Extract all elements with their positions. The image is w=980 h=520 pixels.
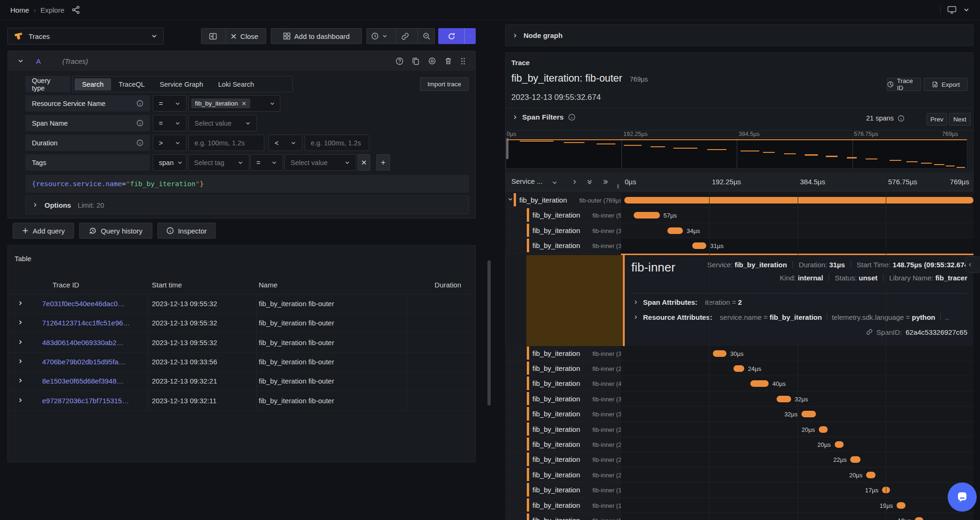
add-to-dashboard-button[interactable]: Add to dashboard	[271, 28, 362, 44]
span-row[interactable]: fib_by_iterationfib-inner (19µs)19µs	[505, 513, 973, 520]
resource-attributes-row[interactable]: Resource Attributes: service.name =fib_b…	[633, 313, 967, 321]
left-pane-scrollbar[interactable]	[487, 260, 491, 406]
span-bar[interactable]	[713, 350, 726, 357]
query-drag-handle-icon[interactable]	[460, 57, 466, 65]
span-bar[interactable]	[835, 441, 844, 448]
span-row[interactable]: fib_by_iterationfib-inner (22µs)22µs	[505, 452, 973, 467]
span-row[interactable]: fib_by_iterationfib-inner (32µs)32µs	[505, 392, 973, 407]
query-delete-icon[interactable]	[445, 57, 452, 65]
row-expand-icon[interactable]	[17, 358, 23, 364]
span-bar[interactable]	[750, 380, 769, 387]
tags-add-button[interactable]: +	[376, 154, 390, 171]
rsn-operator-select[interactable]: =	[153, 95, 187, 112]
tags-remove-button[interactable]: ✕	[358, 154, 370, 171]
table-row[interactable]: 483d06140e069330ab2… 2023-12-13 09:55:32…	[8, 333, 475, 353]
span-name-operator-select[interactable]: =	[153, 115, 187, 131]
query-collapse-icon[interactable]	[17, 58, 24, 64]
span-bar[interactable]	[897, 502, 905, 509]
span-bar[interactable]	[733, 365, 744, 372]
span-bar[interactable]	[819, 426, 828, 433]
span-bar[interactable]	[777, 396, 791, 402]
breadcrumb-explore[interactable]: Explore	[40, 6, 64, 14]
span-row[interactable]: fib_by_iterationfib-inner (20µs)20µs	[505, 422, 973, 437]
time-picker-button[interactable]	[367, 29, 392, 44]
options-row[interactable]: Options Limit: 20	[25, 196, 469, 214]
span-row[interactable]: fib_by_iterationfib-inner (17µs)17µs	[505, 482, 973, 497]
collapse-detail-button[interactable]: ‹	[965, 256, 980, 273]
expand-all-icon[interactable]	[602, 179, 609, 185]
col-duration[interactable]: Duration	[434, 281, 461, 289]
span-bar[interactable]	[866, 472, 875, 478]
span-row[interactable]: fib_by_iterationfib-inner (30µs)30µs	[505, 346, 973, 361]
span-row[interactable]: fib_by_iterationfib-inner (20µs)20µs	[505, 437, 973, 452]
trace-id-link[interactable]: 7e031f0ec540ee46dac0…	[42, 300, 125, 308]
span-collapse-icon[interactable]	[508, 196, 513, 202]
split-pane-button[interactable]	[204, 29, 222, 44]
run-query-button[interactable]	[438, 28, 464, 44]
column-resizer[interactable]: ‖	[617, 183, 619, 190]
trace-id-link[interactable]: 483d06140e069330ab2…	[42, 339, 124, 347]
table-row[interactable]: e972872036c17bf715315… 2023-12-13 09:32:…	[8, 392, 475, 411]
row-expand-icon[interactable]	[17, 319, 23, 325]
trace-id-link[interactable]: 71264123714cc1ffc51e96…	[42, 319, 130, 327]
duration-max-input[interactable]: e.g. 100ms, 1.2s	[305, 135, 369, 151]
chat-bubble-button[interactable]	[948, 482, 977, 512]
nav-chevron-down-icon[interactable]	[963, 7, 970, 13]
add-query-button[interactable]: Add query	[13, 223, 74, 239]
rsn-value-chip[interactable]: fib_by_iteration✕	[191, 98, 250, 108]
query-history-button[interactable]: Query history	[79, 223, 152, 239]
collapse-all-icon[interactable]	[586, 179, 593, 185]
tab-traceql[interactable]: TraceQL	[111, 78, 152, 90]
trace-minimap[interactable]	[506, 138, 967, 169]
span-row[interactable]: fib_by_iterationfib-inner (40µs)40µs	[505, 376, 973, 391]
span-row[interactable]: fib_by_iterationfib-inner (57µs)57µs	[505, 208, 973, 223]
rsn-value-select[interactable]: fib_by_iteration✕	[188, 95, 280, 112]
tab-service-graph[interactable]: Service Graph	[152, 78, 211, 90]
expand-one-icon[interactable]	[571, 179, 578, 185]
query-help-icon[interactable]	[396, 57, 404, 65]
trace-id-link[interactable]: 8e1503e0f65d68ef3948…	[42, 377, 124, 385]
span-attributes-row[interactable]: Span Attributes: iteration =2	[633, 298, 742, 306]
tags-tag-select[interactable]: Select tag	[188, 154, 249, 171]
span-bar[interactable]	[915, 517, 923, 520]
import-trace-button[interactable]: Import trace	[420, 77, 469, 91]
datasource-picker[interactable]: Traces	[7, 28, 164, 45]
row-expand-icon[interactable]	[17, 397, 23, 403]
duration-min-input[interactable]: e.g. 100ms, 1.2s	[188, 135, 264, 151]
row-expand-icon[interactable]	[17, 300, 23, 306]
trace-id-link[interactable]: 4706be79b02db15d95fa…	[42, 358, 126, 366]
node-graph-header[interactable]: Node graph	[506, 25, 973, 46]
table-row[interactable]: 8e1503e0f65d68ef3948… 2023-12-13 09:32:2…	[8, 372, 475, 391]
trace-id-link[interactable]: e972872036c17bf715315…	[42, 397, 129, 405]
table-row[interactable]: 7e031f0ec540ee46dac0… 2023-12-13 09:55:3…	[8, 294, 475, 314]
span-bar[interactable]	[692, 242, 706, 249]
share-icon[interactable]	[72, 6, 80, 14]
minimap-drag-handle[interactable]	[506, 138, 509, 159]
span-bar[interactable]	[801, 411, 816, 417]
query-row-header[interactable]: A (Traces)	[8, 51, 475, 71]
duration-gt-select[interactable]: >	[153, 135, 187, 151]
tags-operator-select[interactable]: =	[250, 154, 283, 171]
span-row[interactable]: fib_by_iterationfib-inner (31µs)31µs	[505, 238, 973, 253]
link-icon[interactable]	[866, 329, 873, 335]
run-query-dropdown[interactable]	[464, 28, 476, 44]
duration-lt-select[interactable]: <	[269, 135, 302, 151]
span-name-value-select[interactable]: Select value	[188, 115, 257, 131]
close-split-button[interactable]: Close	[225, 29, 263, 44]
trace-id-button[interactable]: Trace ID	[887, 78, 921, 91]
table-row[interactable]: 71264123714cc1ffc51e96… 2023-12-13 09:55…	[8, 314, 475, 333]
col-name[interactable]: Name	[259, 281, 277, 289]
span-row[interactable]: fib_by_iterationfib-inner (32µs)32µs	[505, 407, 973, 422]
export-button[interactable]: Export	[924, 78, 968, 91]
tab-search[interactable]: Search	[75, 78, 111, 90]
service-column-header[interactable]: Service ...	[511, 177, 543, 185]
query-disable-icon[interactable]	[428, 57, 436, 65]
tab-loki-search[interactable]: Loki Search	[211, 78, 262, 90]
span-bar[interactable]	[667, 227, 683, 234]
chip-remove-icon[interactable]: ✕	[242, 100, 247, 107]
span-bar[interactable]	[850, 456, 860, 463]
row-expand-icon[interactable]	[17, 339, 23, 345]
monitor-icon[interactable]	[947, 6, 957, 14]
tags-scope-select[interactable]: span	[153, 154, 187, 171]
col-trace-id[interactable]: Trace ID	[52, 281, 79, 289]
